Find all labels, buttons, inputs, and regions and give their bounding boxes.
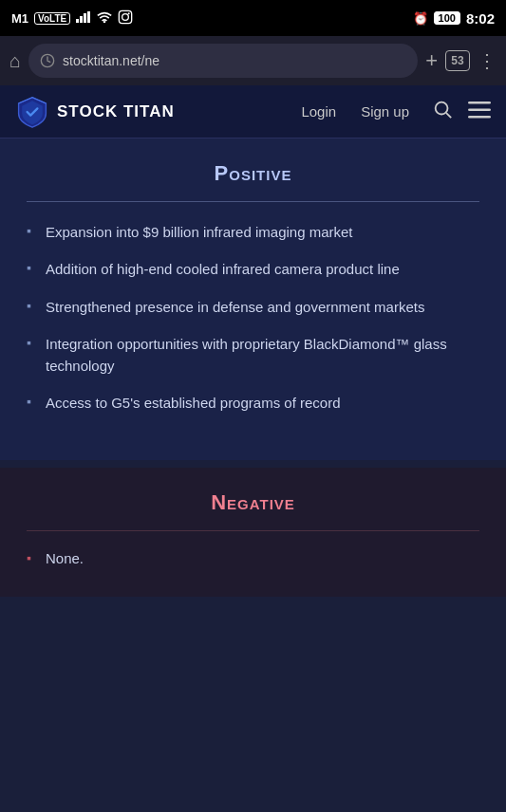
- status-right: ⏰ 100 8:02: [413, 10, 495, 27]
- site-info-icon: [40, 53, 55, 68]
- svg-rect-11: [468, 102, 491, 104]
- new-tab-button[interactable]: +: [425, 48, 438, 73]
- home-button[interactable]: ⌂: [9, 50, 21, 72]
- battery-indicator: 100: [434, 11, 460, 25]
- svg-rect-0: [76, 19, 79, 23]
- carrier-label: M1: [11, 11, 28, 26]
- list-item: Integration opportunities with proprieta…: [27, 333, 479, 378]
- svg-point-4: [103, 21, 105, 23]
- positive-divider: [27, 201, 479, 202]
- svg-rect-1: [80, 16, 83, 23]
- positive-section: Positive Expansion into $9 billion infra…: [0, 138, 506, 460]
- positive-bullet-list: Expansion into $9 billion infrared imagi…: [27, 221, 479, 415]
- signup-link[interactable]: Sign up: [353, 98, 417, 125]
- logo-icon: [15, 95, 49, 129]
- instagram-icon: [118, 9, 133, 28]
- hamburger-menu-button[interactable]: [468, 100, 491, 124]
- negative-none-text: None.: [27, 550, 479, 566]
- address-text: stocktitan.net/ne: [63, 53, 159, 68]
- list-item: Strengthened presence in defense and gov…: [27, 296, 479, 318]
- negative-section: Negative None.: [0, 468, 506, 597]
- svg-point-6: [122, 13, 129, 20]
- status-bar: M1 VoLTE ⏰: [0, 0, 506, 36]
- address-bar[interactable]: stocktitan.net/ne: [28, 44, 418, 78]
- negative-title: Negative: [27, 490, 479, 515]
- list-item: Expansion into $9 billion infrared imagi…: [27, 221, 479, 243]
- svg-rect-3: [87, 11, 90, 23]
- svg-rect-5: [120, 10, 132, 23]
- nav-bar: STOCK TITAN Login Sign up: [0, 85, 506, 138]
- negative-divider: [27, 530, 479, 531]
- logo-text: STOCK TITAN: [57, 102, 175, 121]
- signal-icon: [76, 11, 91, 26]
- alarm-icon: ⏰: [413, 11, 428, 26]
- time-display: 8:02: [466, 10, 495, 27]
- login-link[interactable]: Login: [293, 98, 344, 125]
- svg-rect-12: [468, 108, 491, 111]
- positive-title: Positive: [27, 161, 479, 186]
- list-item: Addition of high-end cooled infrared cam…: [27, 258, 479, 280]
- main-content: Positive Expansion into $9 billion infra…: [0, 138, 506, 597]
- status-left: M1 VoLTE: [11, 9, 133, 28]
- svg-point-9: [436, 102, 448, 115]
- svg-rect-2: [84, 13, 86, 23]
- volte-badge: VoLTE: [34, 12, 70, 25]
- tab-count-badge[interactable]: 53: [445, 50, 470, 71]
- search-icon[interactable]: [426, 95, 459, 128]
- svg-line-10: [446, 113, 451, 118]
- browser-chrome: ⌂ stocktitan.net/ne + 53 ⋮: [0, 36, 506, 85]
- browser-menu-button[interactable]: ⋮: [478, 49, 497, 72]
- svg-point-7: [128, 12, 130, 14]
- wifi-icon: [97, 11, 112, 26]
- list-item: Access to G5's established programs of r…: [27, 392, 479, 414]
- logo-container: STOCK TITAN: [15, 95, 175, 129]
- svg-rect-13: [468, 116, 491, 119]
